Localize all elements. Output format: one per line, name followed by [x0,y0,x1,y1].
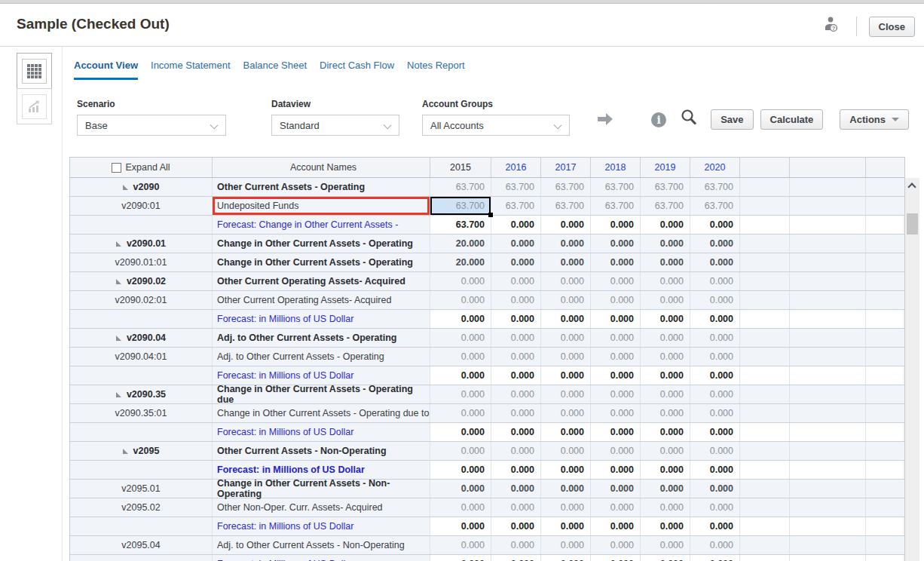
account-name-cell[interactable]: Forecast: in Millions of US Dollar [213,461,430,479]
account-name-cell[interactable]: Adj. to Other Current Assets - Operating [213,348,430,366]
empty-cell[interactable] [866,253,903,271]
user-help-icon[interactable]: ? [822,15,841,38]
value-cell[interactable]: 0.000 [491,366,541,385]
value-cell[interactable]: 0.000 [690,498,740,517]
value-cell[interactable]: 0.000 [430,461,491,479]
forecast-link[interactable]: Forecast: Change in Other Current Assets… [217,219,398,230]
value-cell[interactable]: 0.000 [690,235,740,253]
account-name-cell[interactable]: Adj. to Other Current Assets - Non-Opera… [213,536,430,554]
account-code-cell[interactable] [70,517,213,535]
value-cell[interactable]: 0.000 [541,366,591,385]
tab-account-view[interactable]: Account View [74,60,138,80]
account-code-cell[interactable]: v2095 [70,442,213,460]
empty-cell[interactable] [740,291,790,309]
empty-cell[interactable] [740,423,790,441]
value-cell[interactable]: 0.000 [641,329,690,347]
value-cell[interactable]: 0.000 [690,555,740,561]
value-cell[interactable]: 0.000 [591,291,641,309]
value-cell[interactable]: 0.000 [690,216,740,234]
value-cell[interactable]: 0.000 [641,404,690,422]
empty-cell[interactable] [740,366,790,385]
account-code-cell[interactable] [70,423,213,441]
value-cell[interactable]: 0.000 [491,461,541,479]
value-cell[interactable]: 0.000 [491,310,541,328]
value-cell[interactable]: 20.000 [430,253,491,271]
value-cell[interactable]: 0.000 [430,366,491,385]
empty-cell[interactable] [740,310,790,328]
value-cell[interactable]: 0.000 [541,442,591,460]
value-cell[interactable]: 0.000 [690,310,740,328]
account-code-cell[interactable]: v2090.35 [70,385,213,403]
value-cell[interactable]: 0.000 [541,216,591,234]
empty-cell[interactable] [790,404,866,422]
forecast-link[interactable]: Forecast: in Millions of US Dollar [217,427,353,437]
value-cell[interactable]: 0.000 [491,385,541,403]
scroll-up-icon[interactable] [907,182,916,191]
empty-cell[interactable] [790,178,866,196]
value-cell[interactable]: 0.000 [641,480,690,498]
account-name-cell[interactable]: Forecast: in Millions of US Dollar [213,555,430,561]
filter-select[interactable]: Standard [271,115,399,136]
empty-cell[interactable] [790,235,866,253]
tab-balance-sheet[interactable]: Balance Sheet [243,60,307,80]
empty-cell[interactable] [790,385,866,403]
account-name-cell[interactable]: Other Current Operating Assets- Acquired [213,272,430,290]
empty-cell[interactable] [740,517,790,535]
value-cell[interactable]: 0.000 [641,253,690,271]
empty-cell[interactable] [866,423,903,441]
value-cell[interactable]: 0.000 [491,253,541,271]
value-cell[interactable]: 0.000 [641,348,690,366]
year-header-2017[interactable]: 2017 [541,158,591,177]
value-cell[interactable]: 0.000 [430,329,491,347]
value-cell[interactable]: 0.000 [591,461,641,479]
value-cell[interactable]: 0.000 [430,536,491,554]
info-icon[interactable]: i [651,112,666,127]
value-cell[interactable]: 0.000 [491,348,541,366]
value-cell[interactable]: 0.000 [541,348,591,366]
empty-cell[interactable] [790,423,866,441]
value-cell[interactable]: 0.000 [491,291,541,309]
value-cell[interactable]: 0.000 [690,253,740,271]
account-code-cell[interactable] [70,555,213,561]
value-cell[interactable]: 0.000 [491,235,541,253]
value-cell[interactable]: 0.000 [541,498,591,517]
value-cell[interactable]: 0.000 [541,423,591,441]
value-cell[interactable]: 63.700 [591,178,641,196]
empty-cell[interactable] [740,178,790,196]
value-cell[interactable]: 0.000 [641,555,690,561]
empty-cell[interactable] [740,235,790,253]
empty-cell[interactable] [866,498,903,517]
account-name-cell[interactable]: Forecast: Change in Other Current Assets… [213,216,430,234]
filter-select[interactable]: Base [77,115,226,136]
value-cell[interactable]: 0.000 [641,498,690,517]
value-cell[interactable]: 0.000 [541,291,591,309]
empty-cell[interactable] [790,197,866,215]
empty-cell[interactable] [740,348,790,366]
empty-cell[interactable] [866,178,903,196]
account-code-cell[interactable]: v2090 [70,178,213,196]
value-cell[interactable]: 0.000 [491,555,541,561]
empty-cell[interactable] [740,329,790,347]
value-cell[interactable]: 0.000 [591,555,641,561]
year-header-2018[interactable]: 2018 [591,158,641,177]
empty-cell[interactable] [866,366,903,385]
value-cell[interactable]: 0.000 [541,253,591,271]
value-cell[interactable]: 0.000 [430,272,491,290]
scrollbar-thumb[interactable] [907,213,918,235]
account-code-cell[interactable]: v2095.02 [70,498,213,517]
value-cell[interactable]: 0.000 [690,536,740,554]
empty-cell[interactable] [866,291,903,309]
empty-cell[interactable] [866,385,903,403]
value-cell[interactable]: 0.000 [430,517,491,535]
empty-cell[interactable] [866,329,903,347]
value-cell[interactable]: 0.000 [541,310,591,328]
value-cell[interactable]: 0.000 [430,348,491,366]
value-cell[interactable]: 0.000 [541,329,591,347]
empty-cell[interactable] [740,385,790,403]
value-cell[interactable]: 0.000 [491,498,541,517]
value-cell[interactable]: 0.000 [491,423,541,441]
value-cell[interactable]: 0.000 [430,423,491,441]
grid-view-button[interactable] [17,53,52,89]
value-cell[interactable]: 0.000 [491,329,541,347]
value-cell[interactable]: 63.700 [591,197,641,215]
